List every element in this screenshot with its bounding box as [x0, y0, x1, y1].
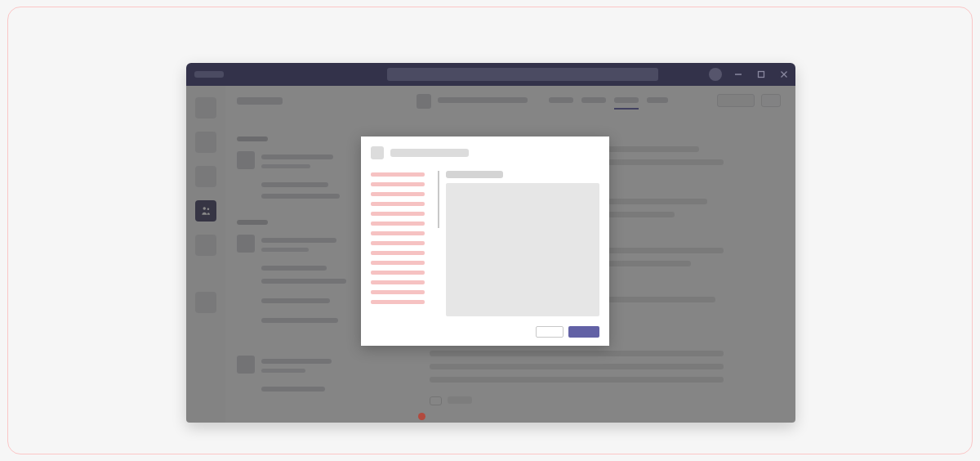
- dialog-title: [390, 149, 469, 157]
- dialog-footer: [536, 326, 599, 338]
- dialog-field-label: [446, 171, 503, 178]
- dialog-textarea[interactable]: [446, 183, 599, 316]
- dialog-left-item[interactable]: [371, 251, 425, 255]
- dialog-left-item[interactable]: [371, 280, 425, 284]
- settings-dialog: [361, 137, 609, 346]
- dialog-left-item[interactable]: [371, 271, 425, 275]
- dialog-body: [371, 171, 599, 316]
- dialog-icon: [371, 146, 384, 159]
- titlebar: [186, 63, 795, 86]
- dialog-confirm-button[interactable]: [568, 326, 599, 338]
- notification-dot-icon: [418, 413, 425, 420]
- dialog-left-item[interactable]: [371, 202, 425, 206]
- dialog-left-item[interactable]: [371, 261, 425, 265]
- dialog-left-item[interactable]: [371, 192, 425, 196]
- svg-rect-1: [759, 72, 764, 78]
- dialog-right-pane: [446, 171, 599, 316]
- dialog-left-item[interactable]: [371, 290, 425, 294]
- outer-frame: [7, 7, 973, 454]
- dialog-separator: [438, 171, 439, 228]
- dialog-left-item[interactable]: [371, 231, 425, 235]
- dialog-left-item[interactable]: [371, 300, 425, 304]
- dialog-left-list: [371, 171, 431, 316]
- app-brand: [194, 71, 224, 78]
- window-maximize-button[interactable]: [750, 63, 773, 86]
- dialog-left-item[interactable]: [371, 222, 425, 226]
- window-close-button[interactable]: [773, 63, 795, 86]
- dialog-left-item[interactable]: [371, 172, 425, 177]
- stage: [0, 0, 980, 461]
- dialog-left-item[interactable]: [371, 182, 425, 186]
- profile-avatar[interactable]: [709, 68, 722, 81]
- teams-window: [186, 63, 795, 423]
- dialog-left-item[interactable]: [371, 241, 425, 245]
- dialog-cancel-button[interactable]: [536, 326, 564, 338]
- dialog-left-item[interactable]: [371, 212, 425, 216]
- window-minimize-button[interactable]: [727, 63, 750, 86]
- search-input[interactable]: [387, 68, 658, 81]
- dialog-header: [371, 146, 469, 159]
